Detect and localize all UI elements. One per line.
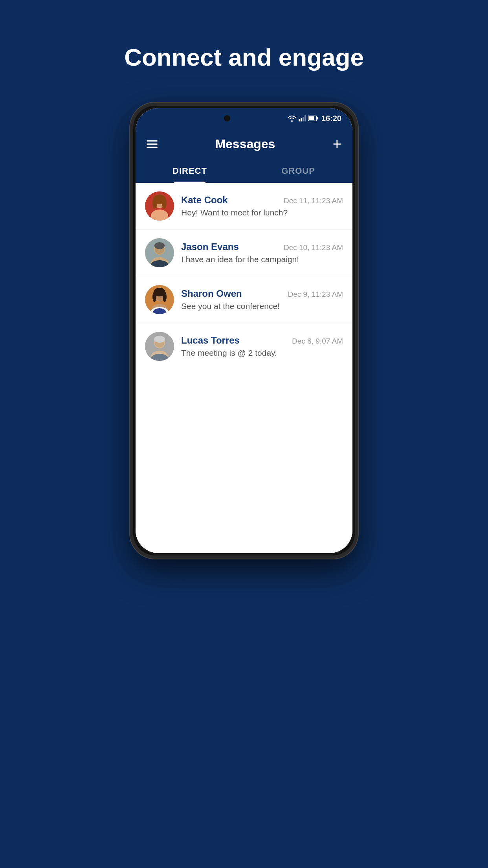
message-content: Lucas Torres Dec 8, 9:07 AM The meeting …: [181, 335, 343, 358]
svg-point-33: [154, 336, 165, 343]
contact-name: Jason Evans: [181, 241, 239, 252]
avatar: [145, 285, 174, 314]
status-time: 16:20: [321, 114, 341, 123]
battery-icon: [308, 116, 318, 121]
app-title: Messages: [215, 137, 275, 151]
avatar: [145, 191, 174, 221]
avatar: [145, 332, 174, 361]
svg-rect-2: [303, 117, 304, 121]
tabs-bar: DIRECT GROUP: [136, 159, 352, 183]
message-header-row: Sharon Owen Dec 9, 11:23 AM: [181, 288, 343, 299]
menu-line-3: [147, 147, 158, 148]
message-item[interactable]: Lucas Torres Dec 8, 9:07 AM The meeting …: [136, 323, 352, 370]
message-list: Kate Cook Dec 11, 11:23 AM Hey! Want to …: [136, 183, 352, 553]
svg-rect-0: [299, 119, 300, 121]
status-bar: 16:20: [136, 108, 352, 129]
message-content: Sharon Owen Dec 9, 11:23 AM See you at t…: [181, 288, 343, 311]
message-preview: Hey! Want to meet for lunch?: [181, 208, 343, 217]
svg-rect-1: [301, 118, 302, 121]
tab-group[interactable]: GROUP: [244, 159, 352, 183]
contact-name: Lucas Torres: [181, 335, 240, 346]
message-item[interactable]: Jason Evans Dec 10, 11:23 AM I have an i…: [136, 230, 352, 276]
signal-icon: [299, 115, 306, 121]
message-header-row: Jason Evans Dec 10, 11:23 AM: [181, 241, 343, 252]
tab-group-label: GROUP: [281, 166, 315, 176]
message-date: Dec 9, 11:23 AM: [288, 290, 343, 299]
app-header: Messages +: [136, 129, 352, 159]
message-header-row: Lucas Torres Dec 8, 9:07 AM: [181, 335, 343, 346]
phone-mockup: 16:20 Messages + DIRECT GROUP: [130, 103, 358, 559]
new-message-button[interactable]: +: [333, 136, 341, 151]
svg-point-12: [152, 198, 157, 209]
message-preview: See you at the conference!: [181, 302, 343, 311]
message-header-row: Kate Cook Dec 11, 11:23 AM: [181, 195, 343, 206]
message-preview: The meeting is @ 2 today.: [181, 348, 343, 358]
svg-point-26: [163, 292, 167, 302]
message-item[interactable]: Kate Cook Dec 11, 11:23 AM Hey! Want to …: [136, 183, 352, 230]
message-date: Dec 8, 9:07 AM: [292, 337, 343, 346]
status-bar-center: [224, 115, 230, 121]
message-date: Dec 11, 11:23 AM: [284, 197, 343, 205]
tab-direct[interactable]: DIRECT: [136, 159, 244, 183]
status-icons: [288, 115, 318, 122]
svg-rect-5: [309, 116, 314, 120]
message-item[interactable]: Sharon Owen Dec 9, 11:23 AM See you at t…: [136, 276, 352, 323]
svg-point-25: [152, 292, 156, 302]
hamburger-menu-button[interactable]: [147, 140, 158, 148]
tab-direct-label: DIRECT: [172, 166, 207, 176]
message-date: Dec 10, 11:23 AM: [284, 243, 343, 252]
message-preview: I have an idea for the campaign!: [181, 255, 343, 264]
menu-line-2: [147, 143, 158, 145]
wifi-icon: [288, 115, 296, 122]
svg-point-18: [154, 242, 165, 249]
avatar: [145, 238, 174, 267]
phone-screen: 16:20 Messages + DIRECT GROUP: [136, 108, 352, 553]
message-content: Kate Cook Dec 11, 11:23 AM Hey! Want to …: [181, 195, 343, 217]
message-content: Jason Evans Dec 10, 11:23 AM I have an i…: [181, 241, 343, 264]
contact-name: Kate Cook: [181, 195, 228, 206]
contact-name: Sharon Owen: [181, 288, 242, 299]
status-bar-right: 16:20: [288, 114, 341, 123]
camera-dot: [224, 115, 230, 121]
svg-rect-6: [317, 117, 318, 120]
svg-rect-3: [305, 115, 306, 121]
page-title: Connect and engage: [124, 43, 364, 71]
menu-line-1: [147, 140, 158, 142]
svg-point-13: [162, 198, 167, 209]
